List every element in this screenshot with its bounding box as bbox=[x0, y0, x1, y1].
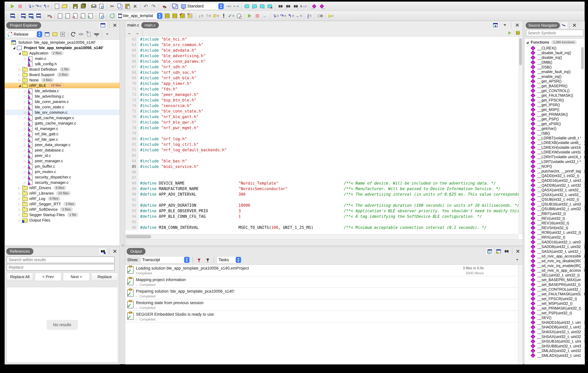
expander-icon[interactable]: ▷ bbox=[17, 208, 22, 211]
expander-icon[interactable]: ▷ bbox=[17, 213, 22, 217]
tree-item-solution-ble-app-template-pca10056-s140-[interactable]: Solution ‘ble_app_template_pca10056_s140… bbox=[5, 40, 120, 45]
function-item[interactable]: __sd_nvic_irq_enable(IRQn_Type) bbox=[525, 263, 585, 268]
references-find-button[interactable] bbox=[99, 248, 107, 255]
function-item[interactable]: __RRX(uint32_t) bbox=[525, 235, 585, 240]
function-item[interactable]: __set_BASEPRI(uint32_t) bbox=[525, 282, 585, 287]
function-item[interactable]: __set_PRIMASK(uint32_t) bbox=[525, 306, 585, 311]
function-item[interactable]: __SHSUB16(uint32_t, uint32_t) bbox=[525, 339, 585, 344]
function-item[interactable]: __set_FAULTMASK(uint32_t) bbox=[525, 292, 585, 296]
function-item[interactable]: __QADD16(uint32_t, uint32_t) bbox=[525, 178, 585, 183]
expander-icon[interactable]: ▷ bbox=[17, 67, 22, 71]
print-icon[interactable] bbox=[91, 3, 97, 10]
properties-icon[interactable] bbox=[59, 31, 66, 38]
expander-icon[interactable]: ▷ bbox=[17, 73, 22, 77]
function-item[interactable]: __SMLAD(uint32_t, uint32_t, uint32_t) bbox=[525, 349, 585, 353]
tree-item-none[interactable]: ▷None3 files bbox=[5, 77, 120, 83]
copy-icon[interactable] bbox=[116, 3, 123, 10]
next-button[interactable]: Next > bbox=[63, 273, 90, 281]
select-spinner-icon[interactable] bbox=[37, 31, 42, 37]
function-item[interactable]: __get_FAULTMASK() bbox=[525, 93, 585, 98]
prev-symbol-icon[interactable] bbox=[311, 3, 317, 10]
breakpoint-icon[interactable] bbox=[220, 12, 227, 19]
function-item[interactable]: __get_xPSR() bbox=[525, 121, 585, 126]
splitter-handle[interactable] bbox=[122, 244, 124, 247]
redo-icon[interactable] bbox=[150, 3, 157, 10]
function-item[interactable]: __SHSUB8(uint32_t, uint32_t) bbox=[525, 344, 585, 349]
function-item[interactable]: __QSUB8(uint32_t, uint32_t) bbox=[525, 207, 585, 211]
tree-item-nrf-drivers[interactable]: ▷nRF_Drivers8 files bbox=[5, 185, 120, 191]
scrollbar-thumb[interactable] bbox=[519, 38, 522, 65]
goto-prev-location-icon[interactable] bbox=[205, 12, 212, 19]
pause-target-icon[interactable] bbox=[35, 12, 42, 19]
debug-stop-icon[interactable] bbox=[254, 12, 261, 19]
tree-item-peer-database-c[interactable]: ▷peer_database.c bbox=[5, 147, 120, 153]
verify-list-icon[interactable] bbox=[228, 12, 235, 19]
find-icon[interactable] bbox=[277, 3, 284, 10]
function-item[interactable]: __enable_irq() bbox=[525, 74, 585, 79]
filter-icon[interactable] bbox=[93, 31, 100, 38]
tree-item-nrf-ble-gatt-c[interactable]: ▷nrf_ble_gatt.c bbox=[5, 131, 120, 137]
tree-item-main-c[interactable]: ▷main.c bbox=[5, 56, 120, 61]
run-play-icon[interactable] bbox=[9, 3, 16, 10]
toolbar-drag-handle[interactable] bbox=[6, 13, 8, 19]
expander-icon[interactable]: ▷ bbox=[22, 57, 28, 60]
break-execution-icon[interactable] bbox=[236, 12, 242, 19]
find-next-icon[interactable] bbox=[293, 3, 299, 10]
function-item[interactable]: __LDRHT(volatile uint16_t *) bbox=[525, 155, 585, 159]
expander-icon[interactable]: ▷ bbox=[22, 159, 28, 163]
checked-file-icon[interactable] bbox=[80, 12, 86, 19]
prev-bookmark-icon[interactable] bbox=[251, 3, 258, 10]
function-item[interactable]: __SASX(uint32_t, uint32_t) bbox=[525, 249, 585, 254]
tree-item-security-manager-c[interactable]: ▷security_manager.c bbox=[5, 180, 120, 185]
tree-item-nrf-softdevice[interactable]: ▷nRF_SoftDevice3 files bbox=[5, 207, 120, 212]
search-symbols-input[interactable] bbox=[526, 30, 584, 36]
show-project-icon[interactable] bbox=[44, 31, 50, 38]
close-editor-button[interactable] bbox=[514, 22, 521, 28]
search-within-results-input[interactable] bbox=[7, 257, 115, 263]
expander-icon[interactable]: ▷ bbox=[22, 154, 28, 157]
output-log-button[interactable] bbox=[486, 248, 494, 255]
editor-run-icon[interactable] bbox=[507, 30, 512, 35]
step-out-icon[interactable] bbox=[288, 12, 294, 19]
function-item[interactable]: __sd_nvic_is_app_accessible_irq(IRQn_Typ… bbox=[525, 268, 585, 273]
expander-icon[interactable]: ▷ bbox=[22, 143, 28, 147]
search-output-icon[interactable] bbox=[503, 248, 510, 255]
window-layout-icon[interactable] bbox=[172, 3, 178, 10]
expander-icon[interactable]: ▷ bbox=[22, 89, 28, 93]
add-file-icon[interactable] bbox=[87, 12, 94, 19]
debug-restart-icon[interactable] bbox=[262, 12, 268, 19]
replace-all-button[interactable]: Replace All bbox=[7, 273, 33, 281]
function-item[interactable]: __get_MSP() bbox=[525, 107, 585, 112]
expander-icon[interactable]: ▷ bbox=[22, 94, 28, 98]
expander-icon[interactable]: ▷ bbox=[17, 191, 22, 195]
expander-icon[interactable]: ▷ bbox=[22, 181, 28, 184]
task-row[interactable]: Loading solution ble_app_template_pca100… bbox=[125, 265, 518, 276]
tree-item-nrf-ble[interactable]: ◢nRF_BLE18 files bbox=[5, 83, 120, 88]
function-item[interactable]: __get_PSP() bbox=[525, 117, 585, 121]
toolbar-drag-handle[interactable] bbox=[6, 3, 8, 9]
tree-item-board-definition[interactable]: ▷Board Definition1 file bbox=[5, 66, 120, 72]
function-item[interactable]: __QSAX(uint32_t, uint32_t) bbox=[525, 192, 585, 197]
function-item[interactable]: __SHASX(uint32_t, uint32_t) bbox=[525, 329, 585, 334]
function-item[interactable]: __SEL(uint32_t, uint32_t) bbox=[525, 273, 585, 278]
function-item[interactable]: __QSUB16(uint32_t, uint32_t) bbox=[525, 202, 585, 207]
scrollbar-thumb[interactable] bbox=[126, 235, 151, 238]
tree-item-output-files[interactable]: ▷Output Files bbox=[5, 218, 120, 223]
function-item[interactable]: __ROR(uint32_t, uint32_t) bbox=[525, 230, 585, 235]
tree-item-segger-startup-files[interactable]: ▷Segger Startup Files1 file bbox=[5, 212, 120, 218]
navigate-back-icon[interactable]: ← bbox=[127, 30, 133, 35]
filter-warnings-icon[interactable] bbox=[204, 257, 211, 263]
build-check-icon[interactable] bbox=[179, 12, 186, 19]
task-row[interactable]: SEGGER Embedded Studio is ready to useCo… bbox=[125, 311, 518, 322]
replace-icon[interactable] bbox=[300, 3, 307, 10]
references-tab[interactable]: References bbox=[6, 248, 33, 255]
save-icon[interactable] bbox=[72, 3, 79, 10]
expander-icon[interactable]: ▷ bbox=[22, 111, 28, 114]
expander-icon[interactable]: ▷ bbox=[22, 100, 28, 103]
expander-icon[interactable]: ▷ bbox=[22, 121, 28, 125]
tree-item-pm-buffer-c[interactable]: ▷pm_buffer.c bbox=[5, 164, 120, 169]
more-options-icon[interactable] bbox=[104, 31, 111, 38]
refresh-icon[interactable] bbox=[70, 31, 77, 38]
function-item[interactable]: __SEV() bbox=[525, 315, 585, 320]
function-item[interactable]: __set_MSP(uint32_t) bbox=[525, 301, 585, 306]
